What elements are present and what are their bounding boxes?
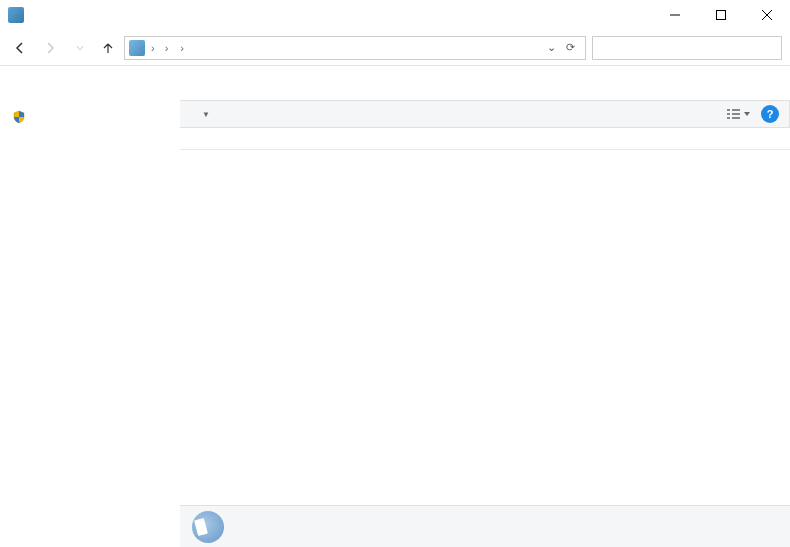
help-button[interactable]: ?	[761, 105, 779, 123]
maximize-button[interactable]	[698, 0, 744, 30]
address-dropdown[interactable]: ⌄	[543, 41, 560, 54]
svg-rect-5	[727, 113, 730, 115]
page-subheading	[180, 86, 790, 100]
svg-rect-8	[732, 113, 740, 115]
list-header	[180, 128, 790, 150]
svg-rect-7	[732, 109, 740, 111]
search-input[interactable]	[592, 36, 782, 60]
navbar: › › › ⌄ ⟳	[0, 30, 790, 66]
toolbar-right: ?	[723, 105, 779, 123]
refresh-button[interactable]: ⟳	[560, 41, 581, 54]
minimize-button[interactable]	[652, 0, 698, 30]
window-controls	[652, 0, 790, 30]
status-text	[234, 521, 240, 533]
statusbar	[180, 505, 790, 547]
programs-list	[180, 128, 790, 505]
addressbar[interactable]: › › › ⌄ ⟳	[124, 36, 586, 60]
page-heading	[180, 66, 790, 86]
breadcrumb: › ›	[157, 42, 192, 54]
up-button[interactable]	[98, 38, 118, 58]
recent-dropdown[interactable]	[68, 36, 92, 60]
chevron-down-icon: ▼	[202, 110, 210, 119]
organize-button[interactable]: ▼	[198, 110, 210, 119]
content: ▼ ?	[180, 66, 790, 547]
svg-rect-4	[727, 109, 730, 111]
app-icon	[8, 7, 24, 23]
shield-icon	[12, 110, 26, 124]
sidebar	[0, 66, 180, 547]
location-icon	[129, 40, 145, 56]
list-body[interactable]	[180, 150, 790, 505]
svg-rect-6	[727, 117, 730, 119]
windows-features-link[interactable]	[12, 110, 172, 124]
back-button[interactable]	[8, 36, 32, 60]
svg-rect-9	[732, 117, 740, 119]
chevron-right-icon: ›	[149, 42, 157, 54]
programs-icon	[192, 511, 224, 543]
close-button[interactable]	[744, 0, 790, 30]
toolbar: ▼ ?	[180, 100, 790, 128]
titlebar	[0, 0, 790, 30]
svg-rect-1	[717, 11, 726, 20]
main: ▼ ?	[0, 66, 790, 547]
chevron-right-icon: ›	[178, 42, 186, 54]
view-options-button[interactable]	[723, 105, 753, 123]
chevron-right-icon: ›	[163, 42, 171, 54]
forward-button[interactable]	[38, 36, 62, 60]
